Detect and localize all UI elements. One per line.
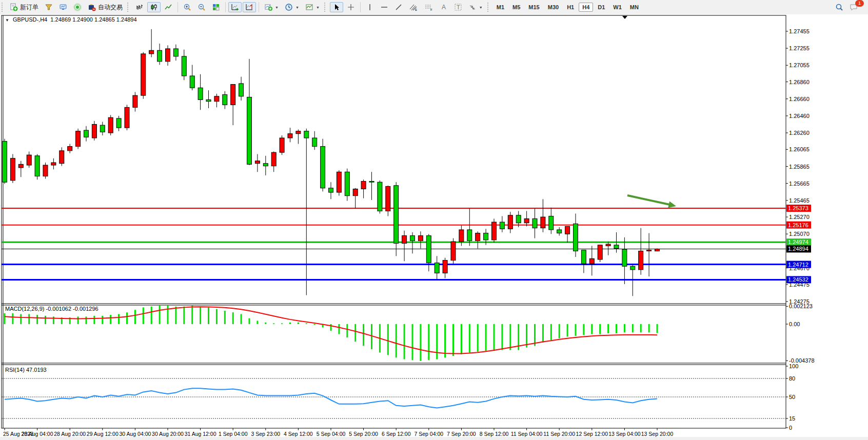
profiles-button[interactable]: [42, 2, 55, 12]
text-label-button[interactable]: T: [451, 2, 465, 12]
time-axis-label[interactable]: 6 Sep 12:00: [382, 431, 411, 437]
price-axis-label: 1.25070: [789, 231, 810, 237]
time-axis-label[interactable]: 30 Aug 20:00: [152, 431, 184, 437]
rsi-axis-label: 80: [789, 375, 795, 382]
svg-text:T: T: [457, 4, 460, 10]
fibonacci-icon: F: [424, 3, 433, 11]
candle: [451, 242, 456, 260]
line-chart-button[interactable]: [162, 2, 175, 12]
candle: [3, 142, 7, 183]
navigator-button[interactable]: [71, 2, 84, 12]
time-axis-label[interactable]: 5 Sep 20:00: [349, 431, 378, 437]
time-axis-label[interactable]: 31 Aug 12:00: [185, 431, 216, 437]
candle: [18, 164, 23, 168]
bottom-strip: [0, 437, 868, 440]
time-axis-label[interactable]: 11 Sep 04:00: [511, 431, 543, 437]
timeframe-M5[interactable]: M5: [509, 3, 524, 12]
timeframe-MN[interactable]: MN: [626, 3, 642, 12]
line-chart-icon: [164, 3, 172, 11]
low-value: 1.24865: [94, 16, 115, 23]
periods-button[interactable]: ▼: [282, 2, 302, 12]
crosshair-button[interactable]: [344, 2, 358, 12]
time-axis-label[interactable]: 12 Sep 12:00: [576, 431, 608, 437]
timeframe-H1[interactable]: H1: [563, 3, 578, 12]
time-axis-label[interactable]: 13 Sep 20:00: [641, 431, 674, 437]
candle: [329, 188, 333, 192]
notification-badge: 1: [855, 0, 864, 7]
candle: [141, 54, 146, 95]
arrows-button[interactable]: ▼: [466, 2, 485, 12]
toolbar-separator: [225, 2, 226, 12]
zoom-out-icon: [198, 3, 206, 11]
chart-shift-button[interactable]: [243, 2, 256, 12]
time-axis-label[interactable]: 8 Sep 12:00: [480, 431, 509, 437]
timeframe-D1[interactable]: D1: [594, 3, 608, 12]
candle: [378, 182, 382, 211]
tile-windows-button[interactable]: [209, 2, 223, 12]
price-axis-label: 1.25865: [789, 164, 810, 170]
timeframe-M15[interactable]: M15: [525, 3, 543, 12]
vertical-line-button[interactable]: [363, 2, 377, 12]
candle: [589, 258, 594, 264]
macd-indicator-label: MACD(12,26,9) -0.001062 -0.001296: [5, 306, 98, 312]
candle: [116, 118, 121, 128]
horizontal-line-button[interactable]: [378, 2, 391, 12]
candle: [402, 236, 407, 244]
time-axis-label[interactable]: 29 Aug 12:00: [87, 431, 119, 437]
chart-canvas[interactable]: 1.274551.272551.270551.268601.266601.264…: [0, 14, 868, 440]
new-order-button[interactable]: 新订单: [7, 2, 41, 12]
trendline-button[interactable]: [392, 2, 405, 12]
candle: [622, 249, 627, 266]
price-axis-label: 1.27055: [789, 62, 810, 68]
indicators-button[interactable]: ▼: [262, 2, 281, 12]
time-axis-label[interactable]: 5 Sep 04:00: [317, 431, 346, 437]
time-axis-label[interactable]: 7 Sep 04:00: [414, 431, 443, 437]
zoom-out-button[interactable]: [195, 2, 208, 12]
time-axis-label[interactable]: 28 Aug 04:00: [22, 431, 53, 437]
time-axis-label[interactable]: 30 Aug 04:00: [119, 431, 151, 437]
cursor-icon: [332, 3, 341, 11]
notifications-button[interactable]: 1: [847, 2, 861, 12]
price-axis-label: 1.26860: [789, 79, 810, 85]
fibonacci-button[interactable]: F: [422, 2, 436, 12]
rsi-axis-label: 100: [789, 363, 798, 369]
candle: [574, 224, 578, 251]
templates-button[interactable]: ▼: [303, 2, 322, 12]
candle: [484, 233, 488, 240]
time-axis-label[interactable]: 7 Sep 20:00: [447, 431, 476, 437]
chart-area[interactable]: 1.274551.272551.270551.268601.266601.264…: [0, 14, 868, 440]
time-axis-label[interactable]: 1 Sep 04:00: [219, 431, 248, 437]
auto-trading-button[interactable]: 自动交易: [85, 2, 125, 12]
bar-chart-button[interactable]: [133, 2, 146, 12]
time-axis-label[interactable]: 11 Sep 20:00: [543, 431, 575, 437]
time-axis-label[interactable]: 3 Sep 23:00: [251, 431, 280, 437]
macd-signal-value: -0.001296: [73, 306, 98, 312]
timeframe-W1[interactable]: W1: [609, 3, 625, 12]
candlestick-button[interactable]: [147, 2, 161, 12]
time-axis-label[interactable]: 13 Sep 04:00: [608, 431, 641, 437]
text-button[interactable]: A: [437, 2, 450, 12]
zoom-in-button[interactable]: [181, 2, 194, 12]
price-axis-label: 1.26660: [789, 96, 810, 102]
timeframe-M30[interactable]: M30: [544, 3, 562, 12]
search-button[interactable]: [833, 2, 846, 12]
cursor-button[interactable]: [330, 2, 343, 12]
candle: [247, 97, 252, 164]
timeframe-H4[interactable]: H4: [579, 3, 593, 12]
market-watch-button[interactable]: [56, 2, 70, 12]
price-badge-label: 1.24532: [788, 276, 808, 283]
equidistant-channel-button[interactable]: E: [406, 2, 421, 12]
price-badge-label: 1.25176: [788, 222, 808, 228]
chevron-down-icon: ▼: [275, 6, 279, 9]
svg-text:A: A: [442, 4, 446, 11]
chevron-down-icon[interactable]: ▼: [5, 18, 9, 23]
rsi-name: RSI(14): [5, 367, 25, 373]
time-axis-label[interactable]: 4 Sep 12:00: [284, 431, 313, 437]
candlestick-icon: [150, 3, 158, 11]
time-axis-label[interactable]: 28 Aug 20:00: [54, 431, 86, 437]
high-value: 1.24900: [72, 16, 93, 23]
candle: [182, 56, 186, 76]
candle: [296, 131, 301, 134]
timeframe-M1[interactable]: M1: [493, 3, 508, 12]
auto-scroll-button[interactable]: [228, 2, 242, 12]
